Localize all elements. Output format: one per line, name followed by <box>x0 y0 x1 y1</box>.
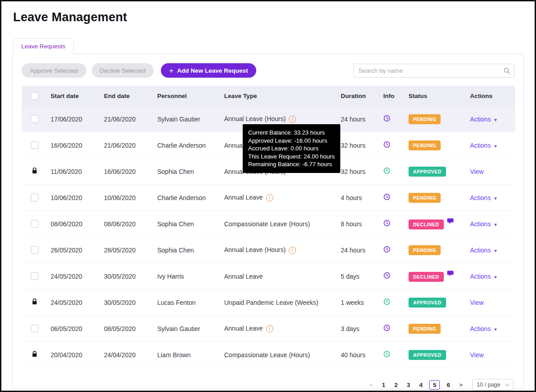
page-button-6[interactable]: 6 <box>444 381 452 389</box>
row-checkbox[interactable] <box>31 272 38 280</box>
cell-end-date: 08/06/2020 <box>100 211 154 237</box>
comment-icon[interactable] <box>447 271 454 277</box>
clock-icon[interactable] <box>383 350 390 358</box>
next-page-button[interactable]: > <box>457 381 465 389</box>
col-duration: Duration <box>337 86 380 106</box>
cell-personnel: Charlie Anderson <box>154 185 221 211</box>
tooltip-line: Accrued Leave: 0.00 hours <box>248 145 335 153</box>
cell-start-date: 26/05/2020 <box>47 237 100 263</box>
caret-down-icon: ▾ <box>494 143 497 149</box>
caret-down-icon: ▾ <box>494 274 497 280</box>
cell-actions: Actions ▾ <box>466 316 515 342</box>
view-link[interactable]: View <box>470 168 484 175</box>
clock-icon[interactable] <box>383 141 390 148</box>
tooltip-line: Remaining Balance: -6.77 hours <box>248 160 335 168</box>
leave-type-label: Annual Leave <box>224 273 263 280</box>
lock-icon <box>32 167 38 174</box>
cell-actions: Actions ▾ <box>466 211 515 237</box>
row-checkbox[interactable] <box>31 246 38 254</box>
table-header-row: Start date End date Personnel Leave Type… <box>22 86 515 106</box>
cell-start-date: 24/05/2020 <box>47 289 100 316</box>
actions-menu-button[interactable]: Actions ▾ <box>470 273 497 280</box>
leave-type-label: Compassionate Leave (Hours) <box>224 220 310 228</box>
actions-menu-button[interactable]: Actions ▾ <box>470 116 497 123</box>
cell-duration: 1 weeks <box>337 289 380 316</box>
table-row: 24/05/202030/05/2020Ivy HarrisAnnual Lea… <box>22 263 515 289</box>
tab-label: Leave Requests <box>21 43 66 50</box>
leave-type-label: Annual Leave (Hours) <box>224 115 286 122</box>
page-size-select[interactable]: 10 / page <box>472 379 513 391</box>
cell-leave-type: Annual Leavei <box>221 185 337 211</box>
add-leave-request-label: Add New Leave Request <box>177 67 248 74</box>
cell-status: APPROVED <box>405 159 466 185</box>
actions-menu-button[interactable]: Actions ▾ <box>470 220 497 228</box>
clock-icon[interactable] <box>383 167 390 174</box>
row-checkbox[interactable] <box>31 220 38 228</box>
actions-menu-button[interactable]: Actions ▾ <box>470 194 497 201</box>
clock-icon[interactable] <box>383 298 390 305</box>
cell-start-date: 11/06/2020 <box>47 159 100 185</box>
tooltip-line: Approved Leave: -16.00 hours <box>248 137 335 145</box>
view-link[interactable]: View <box>470 351 484 359</box>
clock-icon[interactable] <box>383 115 390 122</box>
info-icon[interactable]: i <box>266 325 273 332</box>
cell-end-date: 28/05/2020 <box>100 237 154 263</box>
row-checkbox[interactable] <box>31 141 38 149</box>
clock-icon[interactable] <box>383 193 390 201</box>
cell-personnel: Lucas Fenton <box>154 289 221 316</box>
actions-menu-button[interactable]: Actions ▾ <box>470 325 497 332</box>
approve-selected-button[interactable]: Approve Selected <box>22 63 86 78</box>
col-info: Info <box>380 86 405 106</box>
page-button-4[interactable]: 4 <box>417 381 425 389</box>
cell-personnel: Sylvain Gautier <box>154 106 221 132</box>
select-cell <box>22 289 47 316</box>
row-checkbox[interactable] <box>31 325 38 332</box>
cell-duration: 3 days <box>337 316 380 342</box>
caret-down-icon: ▾ <box>494 248 497 253</box>
tooltip-line: This Leave Request: 24.00 hours <box>248 153 335 161</box>
add-leave-request-button[interactable]: + Add New Leave Request <box>161 63 256 78</box>
page-button-2[interactable]: 2 <box>392 381 400 389</box>
select-cell <box>22 263 47 289</box>
info-icon[interactable]: i <box>266 194 273 201</box>
page-button-1[interactable]: 1 <box>380 381 388 389</box>
cell-start-date: 16/06/2020 <box>47 132 100 159</box>
table-row: 08/06/202008/06/2020Sophia ChenCompassio… <box>22 211 515 237</box>
cell-status: PENDING <box>405 132 466 159</box>
prev-page-button[interactable]: < <box>367 381 375 389</box>
select-all-checkbox[interactable] <box>31 92 38 100</box>
decline-selected-button[interactable]: Decline Selected <box>92 63 154 78</box>
cell-duration: 32 hours <box>337 159 380 185</box>
actions-menu-button[interactable]: Actions ▾ <box>470 247 497 254</box>
cell-duration: 32 hours <box>337 132 380 159</box>
comment-icon[interactable] <box>447 218 454 224</box>
page-button-3[interactable]: 3 <box>404 381 413 389</box>
clock-icon[interactable] <box>383 324 390 331</box>
search-input[interactable] <box>353 64 514 78</box>
caret-down-icon: ▾ <box>494 196 497 201</box>
status-badge: APPROVED <box>409 167 446 177</box>
clock-icon[interactable] <box>383 272 390 279</box>
cell-actions: Actions ▾ <box>466 106 515 132</box>
page-button-5[interactable]: 5 <box>429 380 440 390</box>
cell-end-date: 30/05/2020 <box>100 289 154 316</box>
cell-duration: 4 hours <box>337 185 380 211</box>
row-checkbox[interactable] <box>31 115 38 123</box>
tooltip-line: Current Balance: 33.23 hours <box>248 129 335 137</box>
cell-info <box>380 342 405 368</box>
info-icon[interactable]: i <box>289 116 296 123</box>
row-checkbox[interactable] <box>31 194 38 201</box>
clock-icon[interactable] <box>383 219 390 227</box>
select-cell <box>22 342 47 368</box>
actions-menu-button[interactable]: Actions ▾ <box>470 142 497 149</box>
tab-leave-requests[interactable]: Leave Requests <box>13 38 74 54</box>
view-link[interactable]: View <box>470 299 484 306</box>
caret-down-icon: ▾ <box>494 222 497 227</box>
clock-icon[interactable] <box>383 246 390 253</box>
tab-bar: Leave Requests <box>13 38 524 54</box>
cell-personnel: Liam Brown <box>154 342 221 368</box>
info-icon[interactable]: i <box>289 247 296 254</box>
cell-end-date: 21/06/2020 <box>100 106 154 132</box>
cell-end-date: 30/05/2020 <box>100 263 154 289</box>
status-badge: PENDING <box>409 245 441 255</box>
